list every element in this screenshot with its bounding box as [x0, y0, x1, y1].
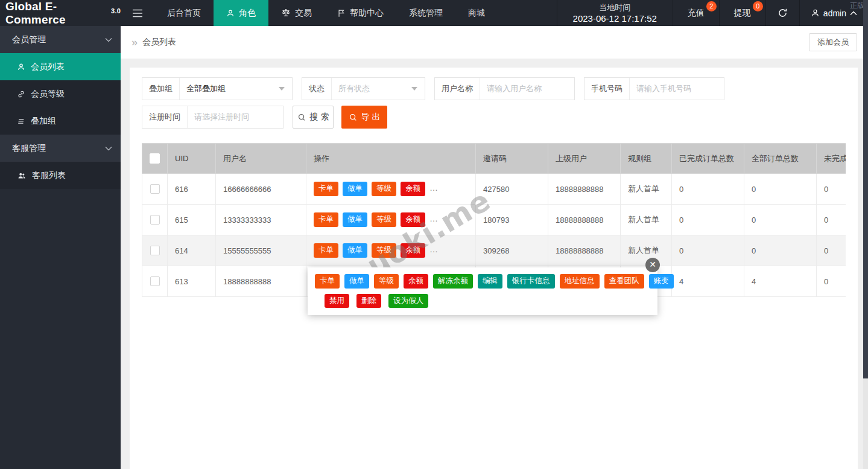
action-button-解冻余额[interactable]: 解冻余额 [433, 274, 473, 289]
action-button-卡单[interactable]: 卡单 [314, 212, 338, 227]
table-row: 61616666666666卡单做单等级余额…42758018888888888… [142, 174, 846, 205]
column-header: 全部订单总数 [744, 144, 817, 174]
action-button-做单[interactable]: 做单 [343, 182, 367, 196]
column-header: 上级用户 [548, 144, 621, 174]
row-checkbox[interactable] [150, 276, 160, 286]
table-cell: 4 [744, 266, 817, 297]
action-button-做单[interactable]: 做单 [343, 243, 367, 258]
action-button-银行卡信息[interactable]: 银行卡信息 [507, 274, 555, 289]
reg-time-input[interactable]: 请选择注册时间 [188, 112, 283, 123]
table-cell: 0 [817, 266, 846, 297]
table-cell: 4 [672, 266, 744, 297]
more-actions-button[interactable]: … [429, 214, 439, 223]
sidebar-item-会员等级[interactable]: 会员等级 [0, 80, 121, 107]
column-header: 操作 [306, 144, 476, 174]
nav-item-3[interactable]: 帮助中心 [325, 0, 396, 26]
nav-item-0[interactable]: 后台首页 [154, 0, 214, 26]
popover-row-1: 卡单做单等级余额解冻余额编辑银行卡信息地址信息查看团队账变 [315, 274, 650, 289]
table-cell: 13333333333 [216, 205, 306, 235]
breadcrumb-icon: » [131, 36, 138, 49]
actions-cell: 卡单做单等级余额… [306, 235, 476, 266]
overlay-group-select[interactable]: 叠加组 全部叠加组 [142, 77, 293, 100]
withdraw-badge: 0 [753, 1, 763, 11]
menu-toggle-icon[interactable] [121, 0, 154, 26]
table-row: 61415555555555卡单做单等级余额…30926818888888888… [142, 235, 846, 266]
sidebar-group-1[interactable]: 客服管理 [0, 135, 121, 162]
table-cell: 427580 [476, 174, 548, 205]
nav-item-4[interactable]: 系统管理 [396, 0, 455, 26]
more-actions-button[interactable]: … [429, 183, 439, 193]
search-icon [349, 113, 358, 122]
close-icon[interactable]: ✕ [645, 258, 660, 272]
overlay-group-label: 叠加组 [142, 78, 180, 100]
export-button[interactable]: 导 出 [341, 106, 387, 129]
row-checkbox[interactable] [150, 246, 160, 255]
sidebar-item-会员列表[interactable]: 会员列表 [0, 53, 121, 80]
table-cell: 0 [672, 235, 744, 266]
row-checkbox[interactable] [150, 184, 160, 194]
table-cell: 0 [817, 174, 846, 205]
search-button[interactable]: 搜 索 [293, 106, 334, 129]
recharge-button[interactable]: 充值 2 [673, 0, 720, 26]
action-button-卡单[interactable]: 卡单 [314, 243, 338, 258]
table-cell: 309268 [476, 235, 548, 266]
more-actions-button[interactable]: … [429, 244, 439, 254]
filters-row-1: 叠加组 全部叠加组 状态 所有状态 用户名称 请输入用户名称 手机号码 请输入手… [142, 77, 846, 100]
action-button-设为假人[interactable]: 设为假人 [388, 294, 428, 308]
action-button-地址信息[interactable]: 地址信息 [560, 274, 600, 289]
action-button-卡单[interactable]: 卡单 [315, 274, 340, 289]
action-button-余额[interactable]: 余额 [401, 212, 425, 227]
action-button-余额[interactable]: 余额 [401, 243, 425, 258]
sidebar-group-0[interactable]: 会员管理 [0, 26, 121, 53]
add-member-button[interactable]: 添加会员 [809, 33, 857, 51]
action-button-账变[interactable]: 账变 [649, 274, 674, 289]
row-checkbox[interactable] [150, 215, 160, 225]
license-tag: 正版 [850, 1, 864, 11]
sidebar-item-客服列表[interactable]: 客服列表 [0, 162, 121, 189]
nav-item-1[interactable]: 角色 [214, 0, 268, 26]
action-button-余额[interactable]: 余额 [404, 274, 428, 289]
action-button-等级[interactable]: 等级 [372, 182, 396, 196]
username-input[interactable]: 请输入用户名称 [480, 83, 574, 94]
sidebar-group-label: 会员管理 [12, 34, 46, 45]
page-scrollbar-track[interactable] [863, 378, 868, 469]
action-button-等级[interactable]: 等级 [372, 212, 396, 227]
scales-icon [281, 8, 291, 18]
sidebar-item-叠加组[interactable]: 叠加组 [0, 107, 121, 135]
column-header: 已完成订单总数 [672, 144, 744, 174]
action-button-卡单[interactable]: 卡单 [314, 182, 338, 196]
username-label: 用户名称 [435, 78, 480, 100]
local-time-label: 当地时间 [599, 2, 630, 13]
nav-item-5[interactable]: 商城 [455, 0, 498, 26]
breadcrumb: 会员列表 [142, 37, 176, 48]
select-all-checkbox[interactable] [150, 153, 160, 164]
action-button-删除[interactable]: 删除 [356, 294, 381, 308]
user-icon [811, 8, 820, 18]
action-button-查看团队[interactable]: 查看团队 [604, 274, 644, 289]
table-cell: 0 [672, 174, 744, 205]
table-cell: 15555555555 [216, 235, 306, 266]
breadcrumb-bar: » 会员列表 添加会员 [121, 26, 868, 59]
chevron-down-icon [105, 37, 112, 42]
action-button-余额[interactable]: 余额 [401, 182, 425, 196]
action-button-等级[interactable]: 等级 [374, 274, 399, 289]
phone-input[interactable]: 请输入手机号码 [630, 83, 724, 94]
popover-row-2: 禁用删除设为假人 [325, 294, 650, 308]
nav-item-2[interactable]: 交易 [268, 0, 325, 26]
refresh-icon[interactable] [766, 0, 800, 26]
table-row: 61513333333333卡单做单等级余额…18079318888888888… [142, 205, 846, 235]
action-button-编辑[interactable]: 编辑 [478, 274, 502, 289]
local-time-block: 当地时间 2023-06-12 17:17:52 [557, 0, 673, 26]
reg-time-field-group: 注册时间 请选择注册时间 [142, 106, 284, 129]
phone-label: 手机号码 [584, 78, 630, 100]
table-cell: 0 [672, 205, 744, 235]
withdraw-button[interactable]: 提现 0 [720, 0, 766, 26]
action-button-做单[interactable]: 做单 [343, 212, 367, 227]
status-select[interactable]: 状态 所有状态 [302, 77, 425, 100]
page-scrollbar-thumb[interactable] [863, 0, 868, 378]
column-header: 规则组 [621, 144, 672, 174]
action-button-做单[interactable]: 做单 [344, 274, 369, 289]
action-button-禁用[interactable]: 禁用 [325, 294, 349, 308]
table-cell: 616 [168, 174, 216, 205]
action-button-等级[interactable]: 等级 [372, 243, 396, 258]
